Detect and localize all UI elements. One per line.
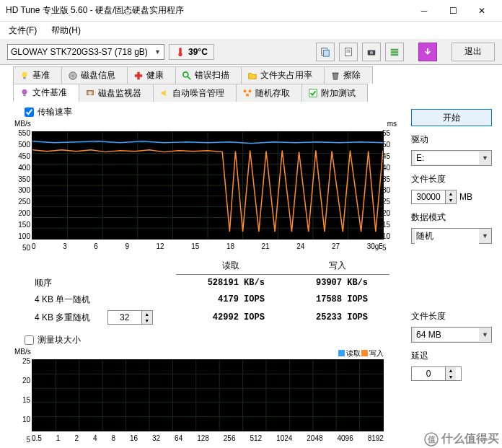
svg-point-1	[178, 52, 182, 56]
spin-up-icon[interactable]: ▲	[446, 190, 456, 197]
svg-point-21	[22, 89, 27, 94]
chevron-down-icon: ▼	[154, 48, 161, 56]
y-axis-right: 555045403530252015105	[382, 130, 400, 252]
svg-rect-25	[244, 90, 247, 93]
checklist-icon	[308, 88, 318, 98]
spin-up-icon[interactable]: ▲	[446, 367, 456, 374]
watermark: 值 什么值得买	[424, 431, 499, 447]
start-button[interactable]: 开始	[411, 109, 492, 126]
row-4k-single: 4 KB 单一随机 4179 IOPS 17588 IOPS	[32, 291, 389, 308]
filelen-spinner[interactable]: ▲▼	[411, 190, 457, 204]
tab-folderusage[interactable]: 文件夹占用率	[241, 66, 325, 84]
save-button[interactable]	[418, 43, 437, 61]
menu-help[interactable]: 帮助(H)	[47, 23, 85, 38]
filelen-label: 文件长度	[411, 173, 492, 185]
filelen2-combo[interactable]: 64 MB▼	[411, 327, 492, 343]
trash-icon	[330, 71, 340, 81]
transfer-plot: MB/s ms 55050045040035030025020015010050…	[32, 130, 384, 252]
svg-rect-11	[391, 53, 399, 56]
col-read: 读取	[176, 258, 286, 275]
x-axis-transfer: 036912151821242730gB	[32, 241, 384, 252]
y-axis-2: 252015105	[13, 358, 30, 444]
svg-rect-3	[323, 50, 329, 56]
tab-errorscan[interactable]: 错误扫描	[175, 66, 242, 84]
spin-down-icon[interactable]: ▼	[446, 374, 456, 380]
spin-down-icon[interactable]: ▼	[446, 197, 456, 203]
delay-label: 延迟	[411, 350, 492, 362]
lightbulb-icon	[19, 71, 30, 81]
speaker-icon	[159, 88, 169, 98]
y-left-unit: MB/s	[14, 120, 31, 128]
tab-health[interactable]: 健康	[127, 66, 176, 84]
filelen-unit: MB	[459, 192, 472, 202]
svg-rect-9	[391, 48, 399, 50]
tab-diskmon[interactable]: 磁盘监视器	[79, 84, 154, 102]
y-axis-left: 55050045040035030025020015010050	[13, 130, 30, 252]
chevron-down-icon: ▼	[482, 154, 488, 162]
thermometer-icon	[175, 47, 185, 57]
folder-icon	[247, 71, 257, 81]
monitor-icon	[85, 88, 95, 98]
lightbulb-purple-icon	[19, 88, 30, 98]
row-4k-multi: 4 KB 多重随机 ▲▼ 42992 IOPS 25233 IOPS	[32, 308, 389, 327]
close-button[interactable]: ✕	[467, 1, 496, 21]
filelen2-label: 文件长度	[411, 310, 492, 322]
options-button[interactable]	[385, 43, 404, 61]
delay-spinner[interactable]: ▲▼	[411, 366, 462, 381]
screenshot-button[interactable]	[362, 43, 381, 61]
datamode-label: 数据模式	[411, 211, 492, 224]
tab-cache[interactable]: 随机存取	[236, 84, 302, 102]
drive-select-value: GLOWAY STK720GS3-S7 (718 gB)	[11, 47, 148, 57]
svg-text:值: 值	[427, 435, 436, 444]
blocksize-checkbox[interactable]: 测量块大小	[25, 334, 404, 346]
blocksize-plot-area	[32, 359, 384, 431]
tabs-row-2: 文件基准 磁盘监视器 自动噪音管理 随机存取 附加测试	[0, 84, 502, 102]
temperature: 39°C	[169, 44, 214, 60]
spin-up-icon[interactable]: ▲	[142, 311, 152, 317]
tab-erase[interactable]: 擦除	[324, 66, 373, 84]
tabs-row-1: 基准 磁盘信息 健康 错误扫描 文件夹占用率 擦除	[0, 65, 502, 84]
col-write: 写入	[286, 258, 389, 275]
tab-benchmark[interactable]: 基准	[13, 66, 62, 84]
chevron-down-icon: ▼	[482, 331, 488, 338]
window-title: HD Tune 专业版 5.60 - 硬盘/固态硬盘实用程序	[6, 4, 410, 17]
spin-down-icon[interactable]: ▼	[142, 317, 152, 324]
drive-combo[interactable]: E:▼	[411, 150, 492, 166]
minimize-button[interactable]: ─	[410, 1, 439, 21]
tab-aam[interactable]: 自动噪音管理	[153, 84, 237, 102]
maximize-button[interactable]: ☐	[439, 1, 467, 21]
x-axis-blocksize: 0.512481632641282565121024204840968192	[32, 433, 384, 444]
svg-line-19	[188, 76, 190, 79]
svg-rect-28	[309, 89, 317, 97]
legend: 读取 写入	[338, 348, 384, 359]
tab-diskinfo[interactable]: 磁盘信息	[61, 66, 128, 84]
tab-filebench[interactable]: 文件基准	[13, 84, 79, 102]
blocksize-plot: MB/s 读取 写入 252015105 0.51248163264128256…	[32, 358, 384, 444]
disk-icon	[68, 71, 78, 81]
tab-extra[interactable]: 附加测试	[301, 84, 368, 102]
svg-rect-26	[249, 90, 252, 93]
y-right-unit: ms	[387, 120, 397, 128]
copy-info-button[interactable]	[316, 43, 335, 61]
svg-rect-17	[135, 74, 143, 77]
plus-icon	[133, 71, 144, 81]
chevron-down-icon: ▼	[482, 232, 488, 240]
datamode-combo[interactable]: 随机▼	[411, 228, 492, 244]
side-panel: 开始 驱动 E:▼ 文件长度 ▲▼ MB 数据模式 随机▼ 文件长度 64 MB…	[411, 106, 492, 448]
copy-text-button[interactable]	[339, 43, 358, 61]
svg-point-8	[370, 50, 373, 53]
transfer-checkbox[interactable]: 传输速率	[25, 106, 404, 118]
drive-select[interactable]: GLOWAY STK720GS3-S7 (718 gB) ▼	[7, 44, 164, 60]
toolbar: GLOWAY STK720GS3-S7 (718 gB) ▼ 39°C 退出	[0, 39, 502, 65]
watermark-icon: 值	[424, 432, 439, 447]
transfer-plot-area	[32, 131, 384, 240]
menu-file[interactable]: 文件(F)	[4, 23, 41, 38]
titlebar: HD Tune 专业版 5.60 - 硬盘/固态硬盘实用程序 ─ ☐ ✕	[0, 0, 502, 22]
random-icon	[242, 88, 252, 98]
menubar: 文件(F) 帮助(H)	[0, 22, 502, 39]
svg-rect-13	[23, 76, 26, 79]
queue-depth-spinner[interactable]: ▲▼	[107, 310, 153, 325]
svg-rect-27	[246, 94, 249, 97]
svg-point-24	[88, 91, 92, 95]
exit-button[interactable]: 退出	[452, 43, 495, 61]
